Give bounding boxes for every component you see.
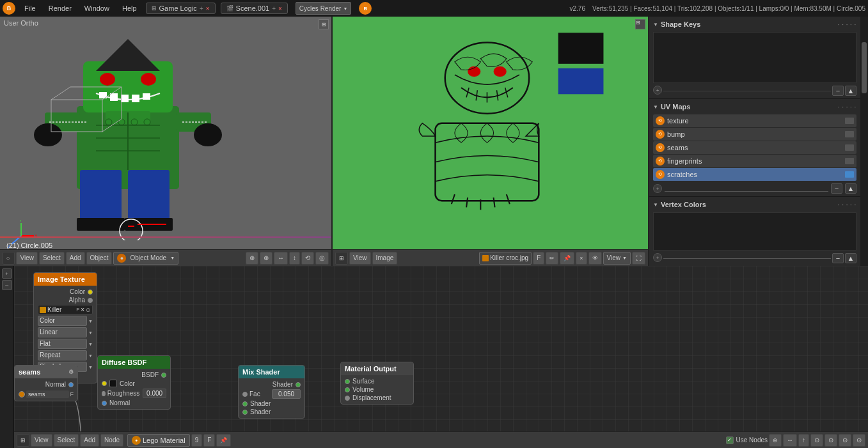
- uv-fullscreen-btn[interactable]: ⛶: [632, 252, 645, 265]
- tb-icon-1[interactable]: ⊕: [246, 252, 258, 265]
- node-material-output[interactable]: Material Output Surface Volume Displacem…: [340, 362, 414, 405]
- scene-plus-icon[interactable]: +: [272, 5, 276, 12]
- socket-diffuse-color-in[interactable]: [102, 381, 107, 386]
- shape-keys-header[interactable]: ▼ Shape Keys · · · · ·: [653, 19, 856, 29]
- socket-alpha-out[interactable]: [88, 298, 93, 303]
- node-pin-icon[interactable]: 📌: [216, 434, 231, 447]
- tb-icon-3[interactable]: ↔: [274, 252, 288, 265]
- tb-icon-2[interactable]: ⊕: [260, 252, 272, 265]
- tb-view-btn[interactable]: ○: [3, 252, 15, 265]
- uv-view-btn[interactable]: View: [349, 252, 371, 265]
- tb-object-label[interactable]: Object: [86, 252, 113, 265]
- uv-map-item-seams[interactable]: ⟲ seams: [653, 141, 856, 154]
- diffuse-color-swatch[interactable]: [109, 380, 117, 387]
- node-icon-5[interactable]: ⊙: [839, 434, 851, 447]
- render-engine-dropdown[interactable]: Cycles Render ▼: [296, 2, 352, 15]
- uv-edit-icon[interactable]: ✏: [546, 252, 558, 265]
- scene-tab[interactable]: 🎬 Scene.001 + ×: [221, 3, 288, 14]
- use-nodes-checkbox[interactable]: [726, 436, 734, 444]
- uv-corner-btn[interactable]: ⊞: [635, 19, 645, 29]
- node-slot-btn[interactable]: 9: [191, 434, 203, 447]
- uv-map-item-scratches[interactable]: ⟲ scratches: [653, 168, 856, 181]
- socket-mix-out[interactable]: [296, 382, 301, 387]
- uv-maps-header[interactable]: ▼ UV Maps · · · · ·: [653, 102, 856, 112]
- menu-help[interactable]: Help: [118, 3, 141, 13]
- scene-close-icon[interactable]: ×: [278, 5, 282, 12]
- uv-maps-add-btn[interactable]: +: [653, 184, 662, 193]
- tb-view-label[interactable]: View: [16, 252, 38, 265]
- tb-icon-4[interactable]: ↕: [289, 252, 300, 265]
- node-icon-1[interactable]: ↔: [783, 434, 797, 447]
- socket-bsdf-out[interactable]: [161, 373, 166, 378]
- node-icon-3[interactable]: ⊙: [810, 434, 823, 447]
- socket-color-out[interactable]: [88, 290, 93, 295]
- node-icon-6[interactable]: ⊙: [853, 434, 865, 447]
- node-browse-icon[interactable]: ⊙: [86, 307, 91, 313]
- uv-map-item-fingerprints[interactable]: ⟲ fingerprints: [653, 155, 856, 167]
- uv-eye-icon[interactable]: 👁: [588, 252, 602, 265]
- socket-displacement-in[interactable]: [345, 396, 350, 401]
- node-material-field[interactable]: ● Lego Material: [127, 434, 190, 447]
- menu-render[interactable]: Render: [45, 3, 75, 13]
- workspace-tab[interactable]: ⊞ Game Logic + ×: [146, 3, 216, 14]
- node-snap-icon[interactable]: ⊕: [769, 434, 782, 447]
- socket-volume-in[interactable]: [345, 387, 350, 392]
- node-left-icon-1[interactable]: +: [2, 268, 12, 279]
- node-color-dd[interactable]: Color ▼: [38, 316, 93, 326]
- node-view-btn[interactable]: View: [31, 434, 52, 447]
- viewport-corner-button[interactable]: ⊞: [319, 19, 329, 29]
- vertex-colors-header[interactable]: ▼ Vertex Colors · · · · ·: [653, 199, 856, 210]
- workspace-plus-icon[interactable]: +: [200, 5, 203, 12]
- uv-f-btn[interactable]: F: [533, 252, 544, 265]
- node-icon-2[interactable]: ↑: [798, 434, 809, 447]
- properties-scrollbar-thumb[interactable]: [862, 42, 867, 93]
- seams-settings-icon[interactable]: ⚙: [68, 369, 74, 375]
- uv-view-dropdown[interactable]: View ▼: [603, 252, 631, 265]
- vc-more-btn[interactable]: ▲: [845, 253, 856, 263]
- shape-keys-add-btn[interactable]: +: [653, 86, 662, 95]
- node-icon-4[interactable]: ⊙: [825, 434, 837, 447]
- menu-file[interactable]: File: [20, 3, 40, 13]
- node-repeat-dd[interactable]: Repeat ▼: [38, 350, 93, 360]
- node-seams[interactable]: seams ⚙ Normal seams F: [14, 365, 78, 401]
- uv-map-item-texture[interactable]: ⟲ texture: [653, 114, 856, 127]
- node-left-icon-2[interactable]: ↔: [2, 280, 12, 290]
- fac-value[interactable]: 0.050: [272, 389, 301, 399]
- properties-scrollbar[interactable]: [860, 17, 868, 266]
- socket-seams-normal[interactable]: [68, 382, 74, 387]
- node-tb-icon[interactable]: ⊞: [17, 434, 29, 447]
- roughness-value[interactable]: 0.000: [143, 389, 166, 398]
- shape-keys-more-btn[interactable]: ▲: [845, 86, 856, 96]
- tb-mode-dropdown[interactable]: ● Object Mode ▼: [113, 252, 178, 265]
- tb-add-label[interactable]: Add: [66, 252, 85, 265]
- node-linear-dd[interactable]: Linear ▼: [38, 327, 93, 337]
- shape-keys-minus-btn[interactable]: −: [832, 86, 844, 96]
- socket-shader1-in[interactable]: [242, 401, 248, 406]
- node-mix-shader[interactable]: Mix Shader Shader Fac 0.050: [238, 365, 305, 419]
- menu-window[interactable]: Window: [81, 3, 113, 13]
- uv-image-btn[interactable]: Image: [372, 252, 398, 265]
- uv-tb-icon[interactable]: ⊞: [335, 252, 348, 265]
- uv-maps-more-btn[interactable]: ▲: [845, 183, 856, 194]
- socket-diffuse-normal-in[interactable]: [102, 401, 107, 406]
- tb-icon-5[interactable]: ⟲: [301, 252, 314, 265]
- node-select-btn[interactable]: Select: [54, 434, 79, 447]
- workspace-close-icon[interactable]: ×: [206, 5, 210, 12]
- tb-icon-6[interactable]: ◎: [315, 252, 329, 265]
- blender-logo[interactable]: B: [3, 2, 15, 15]
- socket-surface-in[interactable]: [345, 379, 350, 384]
- uv-maps-minus-btn[interactable]: −: [831, 183, 842, 194]
- node-f-btn[interactable]: F: [203, 434, 215, 447]
- node-flat-dd[interactable]: Flat ▼: [38, 339, 93, 349]
- node-editor[interactable]: Image Texture Color Alpha Killer: [14, 266, 868, 448]
- node-node-btn[interactable]: Node: [100, 434, 123, 447]
- uv-close-icon[interactable]: ×: [576, 252, 587, 265]
- vc-minus-btn[interactable]: −: [832, 253, 844, 263]
- socket-roughness-in[interactable]: [102, 391, 106, 396]
- viewport-3d[interactable]: User Ortho ⊞: [0, 17, 333, 266]
- image-name-field[interactable]: Killer croc.jpg: [479, 252, 532, 265]
- vc-add-btn[interactable]: +: [653, 253, 662, 262]
- socket-seams-in[interactable]: [19, 391, 25, 398]
- tb-select-label[interactable]: Select: [39, 252, 65, 265]
- node-close-icon[interactable]: ×: [81, 306, 84, 313]
